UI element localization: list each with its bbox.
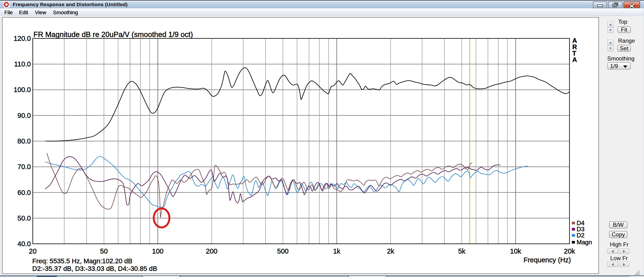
- svg-text:T: T: [572, 50, 576, 57]
- svg-text:500: 500: [277, 247, 288, 255]
- svg-text:Frequency (Hz): Frequency (Hz): [524, 256, 571, 264]
- svg-text:FR Magnitude dB re 20uPa/V (sm: FR Magnitude dB re 20uPa/V (smoothed 1/9…: [34, 30, 193, 39]
- svg-text:A: A: [572, 37, 577, 44]
- svg-text:90.0: 90.0: [18, 112, 31, 119]
- svg-text:R: R: [572, 43, 577, 50]
- svg-text:A: A: [572, 56, 577, 63]
- svg-text:110.0: 110.0: [14, 60, 31, 68]
- svg-text:Magn: Magn: [576, 239, 592, 246]
- svg-text:1k: 1k: [333, 247, 340, 255]
- svg-text:10k: 10k: [510, 247, 521, 255]
- svg-text:120.0: 120.0: [14, 35, 31, 42]
- svg-text:60.0: 60.0: [18, 189, 31, 196]
- svg-text:D2:-35.37 dB, D3:-33.03 dB, D4: D2:-35.37 dB, D3:-33.03 dB, D4:-30.85 dB: [32, 265, 157, 272]
- svg-text:Freq: 5535.5 Hz, Magn:102.20 d: Freq: 5535.5 Hz, Magn:102.20 dB: [32, 257, 132, 265]
- svg-text:D2: D2: [576, 232, 584, 239]
- svg-text:80.0: 80.0: [18, 137, 31, 145]
- svg-text:200: 200: [206, 247, 217, 255]
- svg-text:20: 20: [29, 247, 36, 255]
- svg-text:5k: 5k: [458, 247, 466, 255]
- svg-text:100: 100: [152, 247, 164, 255]
- svg-text:40.0: 40.0: [18, 240, 31, 248]
- svg-text:2k: 2k: [387, 247, 394, 255]
- svg-text:50.0: 50.0: [18, 214, 31, 222]
- svg-text:100.0: 100.0: [14, 86, 31, 93]
- svg-text:70.0: 70.0: [18, 163, 31, 171]
- svg-text:50: 50: [100, 247, 108, 255]
- svg-text:20k: 20k: [564, 247, 575, 255]
